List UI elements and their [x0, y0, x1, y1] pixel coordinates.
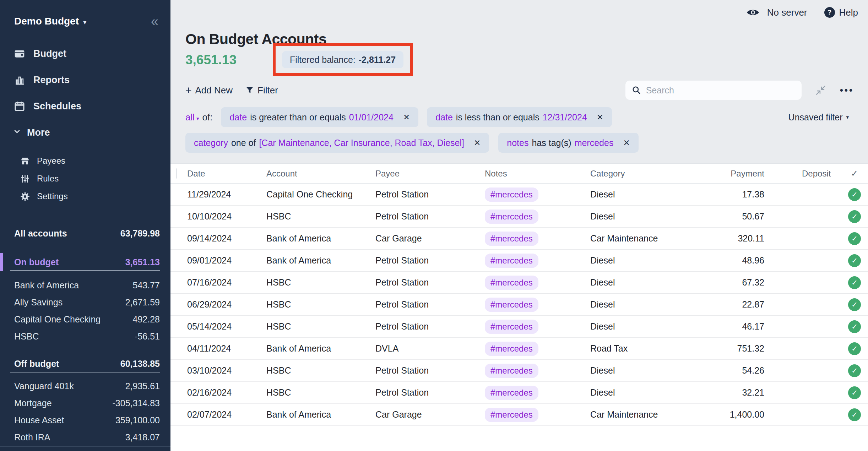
account-row[interactable]: House Asset 359,100.00: [10, 412, 160, 429]
transaction-row[interactable]: 02/07/2024 Bank of America Car Garage #m…: [170, 404, 868, 426]
cell-date: 11/29/2024: [187, 189, 266, 200]
cell-date: 06/29/2024: [187, 299, 266, 310]
account-row[interactable]: Mortgage -305,314.83: [10, 395, 160, 412]
sidebar-item-rules[interactable]: Rules: [20, 170, 170, 188]
cell-date: 10/10/2024: [187, 211, 266, 222]
cleared-check-icon[interactable]: ✓: [848, 276, 861, 289]
cell-account: Capital One Checking: [266, 189, 375, 200]
account-row[interactable]: Vanguard 401k 2,935.61: [10, 377, 160, 395]
cell-payee: Car Garage: [375, 409, 485, 420]
sidebar-item-label: Payees: [37, 156, 65, 166]
more-label: More: [27, 127, 50, 138]
balance-row: 3,651.13 Filtered balance: -2,811.27: [185, 43, 868, 80]
filter-button[interactable]: Filter: [245, 85, 278, 96]
gear-icon: [20, 192, 30, 201]
remove-filter-button[interactable]: ✕: [403, 113, 410, 122]
cleared-check-icon[interactable]: ✓: [848, 386, 861, 399]
cleared-check-icon[interactable]: ✓: [848, 408, 861, 421]
transaction-row[interactable]: 09/14/2024 Bank of America Car Garage #m…: [170, 228, 868, 250]
transaction-row[interactable]: 02/16/2024 HSBC Petrol Station #mercedes…: [170, 382, 868, 404]
note-tag: #mercedes: [485, 386, 538, 400]
all-accounts-row[interactable]: All accounts 63,789.98: [10, 225, 160, 242]
sidebar-header: Demo Budget ▾ «: [0, 0, 170, 32]
cleared-check-icon[interactable]: ✓: [848, 254, 861, 267]
transaction-row[interactable]: 07/16/2024 HSBC Petrol Station #mercedes…: [170, 272, 868, 294]
cell-payment: 67.32: [704, 277, 764, 288]
on-budget-row[interactable]: On budget 3,651.13: [10, 254, 160, 271]
sidebar-item-budget[interactable]: Budget: [13, 44, 170, 63]
sidebar-item-reports[interactable]: Reports: [13, 70, 170, 89]
account-row[interactable]: Ally Savings 2,671.59: [10, 294, 160, 311]
cleared-column-icon: ✓: [848, 168, 861, 179]
account-row[interactable]: Bank of America 543.77: [10, 277, 160, 294]
transaction-row[interactable]: 03/10/2024 HSBC Petrol Station #mercedes…: [170, 360, 868, 382]
collapse-transactions-icon[interactable]: [814, 84, 827, 97]
cell-category: Diesel: [590, 321, 704, 332]
cleared-check-icon[interactable]: ✓: [848, 188, 861, 201]
cell-date: 02/07/2024: [187, 409, 266, 420]
cleared-check-icon[interactable]: ✓: [848, 364, 861, 377]
sidebar-collapse-button[interactable]: «: [151, 15, 158, 28]
cell-category: Diesel: [590, 211, 704, 222]
account-row[interactable]: Capital One Checking 492.28: [10, 311, 160, 328]
note-tag: #mercedes: [485, 408, 538, 422]
transaction-row[interactable]: 04/11/2024 Bank of America DVLA #mercede…: [170, 338, 868, 360]
cell-notes: #mercedes: [485, 298, 590, 312]
cell-payee: Petrol Station: [375, 277, 485, 288]
cleared-check-icon[interactable]: ✓: [848, 342, 861, 355]
add-new-button[interactable]: + Add New: [185, 84, 233, 96]
account-row[interactable]: HSBC -56.51: [10, 328, 160, 345]
account-name: Capital One Checking: [14, 314, 101, 325]
remove-filter-button[interactable]: ✕: [474, 138, 481, 148]
transaction-row[interactable]: 05/14/2024 HSBC Petrol Station #mercedes…: [170, 316, 868, 338]
budget-switcher[interactable]: Demo Budget ▾: [14, 16, 87, 27]
chevron-down-icon: [13, 127, 21, 138]
chevron-down-icon: ▾: [846, 114, 849, 120]
cell-payee: Petrol Station: [375, 211, 485, 222]
sidebar-item-settings[interactable]: Settings: [20, 188, 170, 205]
cell-category: Car Maintenance: [590, 409, 704, 420]
filter-field: date: [435, 112, 453, 123]
privacy-eye-icon[interactable]: [747, 8, 759, 17]
store-icon: [20, 156, 30, 166]
sidebar-more-toggle[interactable]: More: [0, 123, 170, 142]
search-input[interactable]: [625, 81, 802, 100]
annotation-highlight-box: Filtered balance: -2,811.27: [273, 43, 413, 76]
remove-filter-button[interactable]: ✕: [623, 138, 630, 148]
note-tag: #mercedes: [485, 276, 538, 290]
cleared-check-icon[interactable]: ✓: [848, 320, 861, 333]
transaction-row[interactable]: 09/01/2024 Bank of America Petrol Statio…: [170, 250, 868, 272]
more-options-button[interactable]: •••: [840, 85, 854, 96]
sidebar-nav: Budget Reports Schedules: [0, 44, 170, 116]
sidebar-item-schedules[interactable]: Schedules: [13, 97, 170, 116]
server-status-button[interactable]: No server: [767, 7, 807, 18]
filter-op: has tag(s): [532, 138, 571, 148]
cell-date: 04/11/2024: [187, 343, 266, 354]
account-group-label: On budget: [14, 257, 59, 267]
cleared-check-icon[interactable]: ✓: [848, 298, 861, 311]
cleared-check-icon[interactable]: ✓: [848, 210, 861, 223]
remove-filter-button[interactable]: ✕: [597, 113, 603, 122]
cell-notes: #mercedes: [485, 188, 590, 202]
filter-op: one of: [231, 138, 256, 148]
cell-category: Diesel: [590, 387, 704, 398]
conjunction-select[interactable]: all▾: [185, 112, 199, 123]
sidebar-item-label: Budget: [33, 48, 66, 59]
help-button[interactable]: ? Help: [824, 7, 858, 18]
cell-account: Bank of America: [266, 233, 375, 244]
cell-category: Diesel: [590, 277, 704, 288]
cell-account: HSBC: [266, 387, 375, 398]
sidebar-item-payees[interactable]: Payees: [20, 152, 170, 170]
account-row[interactable]: Roth IRA 3,418.07: [10, 429, 160, 446]
cleared-check-icon[interactable]: ✓: [848, 232, 861, 245]
note-tag: #mercedes: [485, 342, 538, 356]
transaction-row[interactable]: 10/10/2024 HSBC Petrol Station #mercedes…: [170, 206, 868, 228]
table-body: 11/29/2024 Capital One Checking Petrol S…: [170, 184, 868, 426]
cell-payee: DVLA: [375, 343, 485, 354]
transaction-row[interactable]: 11/29/2024 Capital One Checking Petrol S…: [170, 184, 868, 206]
search-box: [625, 81, 802, 100]
off-budget-row[interactable]: Off budget 60,138.85: [10, 355, 160, 373]
unsaved-filter-menu[interactable]: Unsaved filter ▾: [788, 112, 849, 123]
select-all-checkbox[interactable]: [176, 168, 177, 179]
transaction-row[interactable]: 06/29/2024 HSBC Petrol Station #mercedes…: [170, 294, 868, 316]
